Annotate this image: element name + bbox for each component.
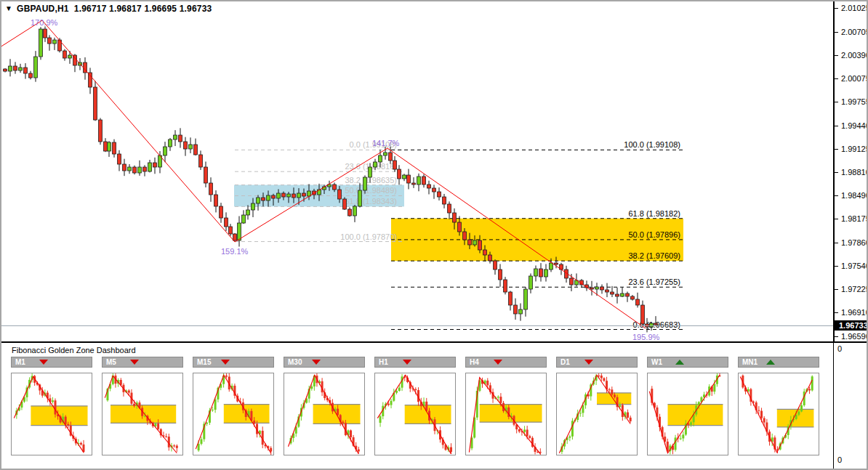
mini-body <box>165 437 167 437</box>
panel-chart-D1[interactable] <box>557 373 637 455</box>
panel-chart-M15[interactable] <box>193 373 273 455</box>
candle-body <box>63 51 67 58</box>
axis-tick-label: 1.99440 <box>841 121 868 130</box>
trend-down-icon <box>584 360 594 365</box>
dashboard-panel-W1[interactable]: W1 <box>647 357 728 455</box>
panel-header-H1[interactable]: H1 <box>374 357 456 368</box>
candle-body <box>353 206 357 216</box>
dashboard-panel-D1[interactable]: D1 <box>556 357 638 455</box>
candle-body <box>199 155 203 167</box>
mini-body <box>797 411 800 414</box>
axis-divider <box>833 0 834 470</box>
candle-body <box>458 222 462 232</box>
candle-body <box>194 145 198 155</box>
mini-body <box>811 376 813 390</box>
panel-timeframe-label: W1 <box>651 358 662 366</box>
candle-body <box>544 270 548 277</box>
dashboard-panel-H4[interactable]: H4 <box>465 357 547 455</box>
panel-chart-MN1[interactable] <box>739 373 819 455</box>
axis-tick <box>835 172 838 173</box>
mini-body <box>614 394 616 397</box>
mini-body <box>630 418 632 421</box>
panel-chart-H1[interactable] <box>375 373 455 455</box>
price-axis[interactable]: 1.96733 2.010252.007052.003902.000751.99… <box>834 0 868 341</box>
dashboard-panel-H1[interactable]: H1 <box>374 357 456 455</box>
candle-body <box>427 185 431 188</box>
panel-header-H4[interactable]: H4 <box>465 357 547 368</box>
candle-body <box>621 293 624 296</box>
axis-tick-label: 1.99125 <box>841 145 868 153</box>
panel-chart-M1[interactable] <box>12 373 92 455</box>
mini-body <box>80 443 82 445</box>
candle-body <box>611 292 614 294</box>
mini-body <box>682 434 684 438</box>
dashboard-panel-M1[interactable]: M1 <box>11 357 92 455</box>
fibonacci-dashboard-panel: Fibonacci Golden Zone Dashboard M1M5M15M… <box>0 343 834 469</box>
panel-header-M30[interactable]: M30 <box>284 357 365 368</box>
panel-header-D1[interactable]: D1 <box>556 357 638 368</box>
candle-body <box>529 276 533 289</box>
chart-quote-line: ▼GBPAUD,H1 1.96717 1.96817 1.96695 1.967… <box>5 4 212 14</box>
candle-body <box>108 142 111 151</box>
pane-divider[interactable] <box>0 341 868 343</box>
mini-body <box>212 410 214 410</box>
panel-chart-M5[interactable] <box>103 373 182 455</box>
mini-body <box>157 424 159 429</box>
panel-timeframe-label: H4 <box>470 358 479 366</box>
candle-body <box>358 190 362 206</box>
fib-black-label: 61.8 (1.98182) <box>628 209 680 218</box>
candle-body <box>138 167 142 173</box>
candle-body <box>104 142 108 151</box>
mini-body <box>176 446 178 448</box>
dashboard-panel-M30[interactable]: M30 <box>284 357 365 455</box>
candle-body <box>282 193 286 197</box>
fib-gray-label: 61.8 (1.98343) <box>345 197 397 206</box>
candle-body <box>590 288 594 289</box>
axis-tick <box>835 336 838 337</box>
candle-body <box>650 323 654 327</box>
mini-body <box>571 421 574 436</box>
panel-timeframe-label: MN1 <box>742 358 758 366</box>
candle-body <box>113 142 116 154</box>
mini-golden-zone <box>480 405 542 423</box>
chart-marker-icon: ▼ <box>5 4 12 12</box>
candle-body <box>473 240 477 245</box>
dashboard-panel-M5[interactable]: M5 <box>102 357 183 455</box>
subwindow-scale-top: 0 <box>837 344 842 353</box>
candle-body <box>412 183 416 185</box>
panel-chart-H4[interactable] <box>466 373 546 455</box>
mini-body <box>450 447 452 452</box>
candle-body <box>19 68 23 70</box>
zigzag-extension-label: 141.7% <box>372 139 400 147</box>
panel-header-M1[interactable]: M1 <box>11 357 92 368</box>
candle-body <box>398 169 401 179</box>
candle-body <box>225 218 228 227</box>
mini-body <box>206 423 208 424</box>
panel-header-M5[interactable]: M5 <box>102 357 183 368</box>
candle-body <box>9 66 12 71</box>
zigzag-extension-label: 170.9% <box>31 18 58 27</box>
mini-body <box>763 418 765 423</box>
candle-body <box>229 227 233 234</box>
candle-body <box>14 66 17 70</box>
axis-tick-label: 1.97225 <box>841 285 868 293</box>
panel-chart-M30[interactable] <box>284 373 364 455</box>
candle-body <box>403 175 406 179</box>
mini-body <box>342 422 344 424</box>
mt4-chart-window: 0.0 (1.99108)23.6 (1.98816)38.2 (1.98635… <box>0 0 868 470</box>
mini-body <box>350 430 352 437</box>
axis-tick <box>835 78 838 79</box>
panel-header-W1[interactable]: W1 <box>647 357 728 368</box>
mini-body <box>526 429 529 436</box>
main-price-chart[interactable]: 0.0 (1.99108)23.6 (1.98816)38.2 (1.98635… <box>0 0 834 341</box>
panel-header-M15[interactable]: M15 <box>193 357 274 368</box>
fib-gray-label: 100.0 (1.97870) <box>340 232 397 241</box>
dashboard-panel-MN1[interactable]: MN1 <box>738 357 819 455</box>
panel-header-MN1[interactable]: MN1 <box>738 357 819 368</box>
candle-body <box>48 38 52 44</box>
candle-body <box>267 195 270 200</box>
candle-body <box>4 69 7 71</box>
candle-body <box>233 234 237 240</box>
dashboard-panel-M15[interactable]: M15 <box>193 357 274 455</box>
panel-chart-W1[interactable] <box>648 373 728 455</box>
